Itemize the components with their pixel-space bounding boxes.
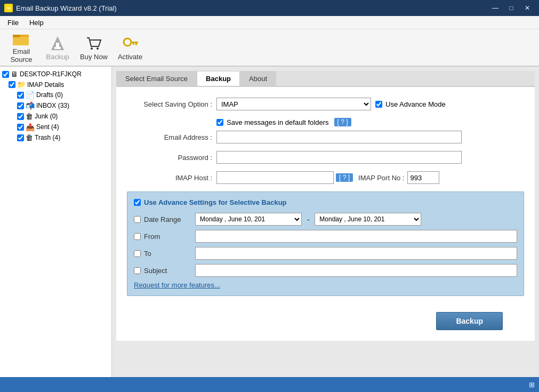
drafts-label: Drafts (0): [36, 91, 63, 99]
tabs-bar: Select Email Source Backup About: [116, 71, 535, 87]
activate-button[interactable]: Activate: [113, 31, 147, 64]
imap-row: IMAP Host : [ ? ] IMAP Port No :: [127, 171, 524, 184]
trash-label: Trash (4): [35, 134, 60, 141]
title-bar-controls: — □ ✕: [488, 3, 535, 13]
content-area: Select Email Source Backup About Select …: [112, 67, 539, 377]
saving-option-select[interactable]: IMAP EML MSG PST PDF MBOX: [216, 98, 371, 110]
email-address-input[interactable]: [216, 131, 462, 143]
minimize-button[interactable]: —: [488, 3, 503, 13]
main-layout: 🖥 DESKTOP-R1FJKQR 📁 IMAP Details 📄 Draft…: [0, 67, 539, 377]
root-label: DESKTOP-R1FJKQR: [20, 70, 82, 78]
request-features-link[interactable]: Request for more features...: [134, 281, 517, 289]
svg-rect-6: [54, 47, 61, 49]
sidebar: 🖥 DESKTOP-R1FJKQR 📁 IMAP Details 📄 Draft…: [0, 67, 112, 377]
app-icon: ✉: [4, 4, 13, 12]
trash-checkbox[interactable]: [17, 134, 24, 141]
cart-icon: [85, 35, 102, 52]
inbox-icon: 📬: [26, 101, 35, 110]
sent-icon: 📤: [26, 123, 35, 131]
imap-checkbox[interactable]: [9, 81, 15, 88]
date-range-row: Date Range Monday , June 10, 201 - Monda…: [134, 213, 517, 226]
tab-backup[interactable]: Backup: [197, 71, 240, 86]
sent-checkbox[interactable]: [17, 124, 24, 131]
backup-button-area: Backup: [127, 312, 524, 330]
from-checkbox[interactable]: [134, 233, 141, 240]
tree-trash[interactable]: 🗑 Trash (4): [0, 132, 111, 143]
email-address-label: Email Address :: [127, 133, 212, 141]
subject-row: Subject: [134, 264, 517, 277]
inbox-label: INBOX (33): [36, 102, 69, 109]
advance-settings-title-row[interactable]: Use Advance Settings for Selective Backu…: [134, 198, 517, 206]
imap-label: IMAP Details: [27, 81, 64, 89]
tab-select-email-source[interactable]: Select Email Source: [116, 71, 197, 86]
app-title: Email Backup Wizard v8.2 (Trial): [16, 4, 117, 12]
tree-imap[interactable]: 📁 IMAP Details: [0, 79, 111, 90]
junk-icon: 🗑: [26, 112, 33, 121]
email-address-row: Email Address :: [127, 131, 524, 143]
drafts-checkbox[interactable]: [17, 92, 24, 99]
svg-rect-2: [13, 37, 29, 45]
tree-inbox[interactable]: 📬 INBOX (33): [0, 100, 111, 111]
svg-point-9: [124, 38, 131, 46]
password-label: Password :: [127, 154, 212, 162]
date-to-select[interactable]: Monday , June 10, 201: [315, 213, 421, 226]
subject-checkbox[interactable]: [134, 267, 141, 274]
tree-drafts[interactable]: 📄 Drafts (0): [0, 90, 111, 100]
advance-mode-checkbox[interactable]: [375, 101, 382, 108]
backup-toolbar-button: Backup: [41, 31, 75, 64]
tree-root[interactable]: 🖥 DESKTOP-R1FJKQR: [0, 69, 111, 79]
advance-mode-label[interactable]: Use Advance Mode: [385, 100, 446, 108]
buy-now-button[interactable]: Buy Now: [77, 31, 111, 64]
buy-now-label: Buy Now: [80, 53, 108, 61]
email-source-button[interactable]: Email Source: [4, 31, 38, 64]
backup-button[interactable]: Backup: [436, 312, 503, 330]
status-bar: ⊞: [0, 377, 539, 392]
to-input[interactable]: [195, 247, 517, 260]
advance-settings-title-label[interactable]: Use Advance Settings for Selective Backu…: [144, 198, 287, 206]
subject-input[interactable]: [195, 264, 517, 277]
inbox-checkbox[interactable]: [17, 102, 24, 109]
monitor-icon: 🖥: [11, 70, 18, 78]
save-messages-help-button[interactable]: [ ? ]: [334, 118, 351, 126]
svg-point-7: [91, 47, 93, 50]
imap-port-input[interactable]: [407, 171, 439, 184]
from-label: From: [144, 233, 192, 241]
svg-rect-10: [131, 42, 138, 43]
svg-rect-11: [135, 43, 137, 45]
save-messages-checkbox[interactable]: [216, 119, 223, 126]
password-input[interactable]: [216, 151, 462, 164]
save-messages-row: Save messages in default folders [ ? ]: [216, 118, 524, 126]
from-row: From: [134, 230, 517, 243]
tab-about[interactable]: About: [240, 71, 276, 86]
folder-icon: [13, 31, 30, 46]
title-bar: ✉ Email Backup Wizard v8.2 (Trial) — □ ✕: [0, 0, 539, 16]
sent-label: Sent (4): [36, 123, 59, 131]
subject-label: Subject: [144, 267, 192, 275]
to-label: To: [144, 250, 192, 258]
menu-file[interactable]: File: [2, 18, 24, 28]
imap-port-label: IMAP Port No :: [358, 174, 404, 182]
imap-host-input[interactable]: [216, 171, 334, 184]
root-checkbox[interactable]: [2, 71, 9, 78]
svg-rect-3: [13, 35, 19, 37]
tree-sent[interactable]: 📤 Sent (4): [0, 122, 111, 132]
draft-icon: 📄: [26, 91, 35, 99]
maximize-button[interactable]: □: [504, 3, 519, 13]
advance-settings-checkbox[interactable]: [134, 199, 141, 206]
junk-checkbox[interactable]: [17, 113, 24, 120]
advance-section: Use Advance Settings for Selective Backu…: [127, 191, 524, 296]
tree-junk[interactable]: 🗑 Junk (0): [0, 111, 111, 122]
close-button[interactable]: ✕: [520, 3, 535, 13]
save-messages-label[interactable]: Save messages in default folders: [227, 118, 329, 126]
email-source-label: Email Source: [5, 47, 38, 63]
backup-icon: [49, 35, 66, 52]
svg-rect-12: [133, 43, 134, 45]
menu-help[interactable]: Help: [24, 18, 49, 28]
trash-icon: 🗑: [26, 133, 33, 142]
imap-host-help-button[interactable]: [ ? ]: [336, 173, 353, 182]
date-from-select[interactable]: Monday , June 10, 201: [195, 213, 302, 226]
resize-icon: ⊞: [529, 381, 535, 389]
from-input[interactable]: [195, 230, 517, 243]
to-checkbox[interactable]: [134, 250, 141, 257]
date-range-checkbox[interactable]: [134, 216, 141, 223]
